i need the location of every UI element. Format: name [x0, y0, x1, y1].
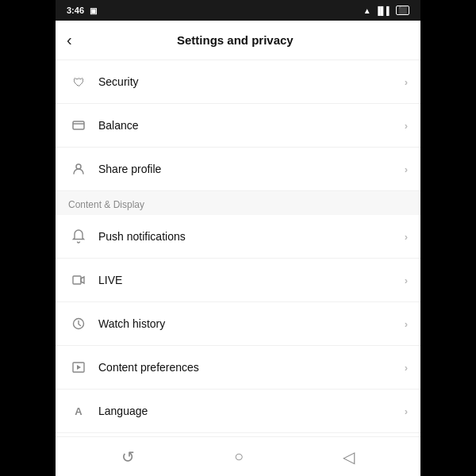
balance-icon: [68, 115, 89, 136]
chevron-icon: ›: [405, 76, 408, 88]
page-title: Settings and privacy: [80, 33, 390, 47]
security-label: Security: [98, 75, 405, 88]
content-preferences-label: Content preferences: [98, 361, 405, 374]
menu-item-push-notifications[interactable]: Push notifications ›: [56, 215, 420, 259]
phone-screen: 3:46 ▣ ▲ ▐▌▌ ⬛ ‹ Settings and privacy 🛡 …: [56, 0, 420, 476]
back-button[interactable]: ‹: [67, 31, 72, 49]
content-preferences-icon: [68, 357, 89, 378]
security-icon: 🛡: [68, 71, 89, 92]
share-profile-icon: [68, 159, 89, 179]
content-display-divider: Content & Display: [56, 191, 420, 215]
refresh-button[interactable]: ↺: [106, 441, 151, 473]
menu-item-screen-time[interactable]: Screen time ›: [56, 433, 420, 436]
menu-item-balance[interactable]: Balance ›: [56, 104, 420, 148]
top-bar: ‹ Settings and privacy: [56, 21, 420, 60]
watch-history-label: Watch history: [98, 317, 405, 330]
status-time: 3:46 ▣: [67, 6, 97, 15]
chevron-icon: ›: [405, 318, 408, 330]
live-icon: [68, 270, 89, 290]
menu-item-share-profile[interactable]: Share profile ›: [56, 148, 420, 191]
chevron-icon: ›: [405, 362, 408, 374]
svg-rect-0: [73, 121, 84, 129]
watch-history-icon: [68, 313, 89, 334]
live-label: LIVE: [98, 274, 405, 286]
menu-item-security[interactable]: 🛡 Security ›: [56, 60, 420, 104]
balance-label: Balance: [98, 119, 405, 132]
nav-bar: ↺ ○ ◁: [56, 436, 420, 476]
menu-item-watch-history[interactable]: Watch history ›: [56, 302, 420, 346]
home-button[interactable]: ○: [218, 441, 259, 472]
language-label: Language: [98, 405, 405, 417]
language-icon: A: [68, 401, 89, 421]
chevron-icon: ›: [405, 405, 408, 417]
chevron-icon: ›: [405, 231, 408, 243]
share-profile-label: Share profile: [98, 163, 405, 175]
push-notifications-label: Push notifications: [98, 230, 405, 243]
menu-item-content-preferences[interactable]: Content preferences ›: [56, 346, 420, 390]
menu-item-language[interactable]: A Language ›: [56, 390, 420, 433]
chevron-icon: ›: [405, 120, 408, 132]
chevron-icon: ›: [405, 163, 408, 175]
menu-item-live[interactable]: LIVE ›: [56, 259, 420, 302]
content-area: 🛡 Security › Balance ›: [56, 60, 420, 436]
svg-rect-3: [73, 276, 81, 284]
status-icons: ▲ ▐▌▌ ⬛: [363, 6, 409, 15]
account-section: 🛡 Security › Balance ›: [56, 60, 420, 191]
content-display-section: Push notifications › LIVE ›: [56, 215, 420, 436]
chevron-icon: ›: [405, 274, 408, 286]
push-notifications-icon: [68, 226, 89, 247]
svg-point-2: [76, 164, 81, 169]
back-nav-button[interactable]: ◁: [327, 441, 370, 473]
status-bar: 3:46 ▣ ▲ ▐▌▌ ⬛: [56, 0, 420, 21]
